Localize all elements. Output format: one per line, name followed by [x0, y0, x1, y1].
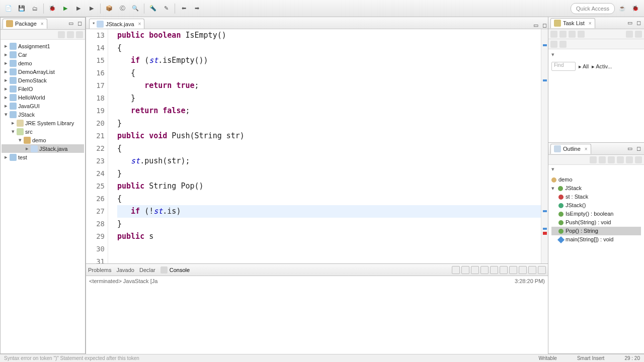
outline-item[interactable]: demo [551, 175, 641, 184]
view-menu-icon[interactable] [76, 31, 83, 38]
package-tree[interactable]: ▸Assignment1▸Car▸demo▸DemoArrayList▸Demo… [1, 40, 85, 353]
minimize-icon[interactable]: ▭ [626, 145, 633, 152]
outline-item[interactable]: Push(String) : void [551, 218, 641, 227]
minimize-icon[interactable]: ▭ [626, 20, 633, 27]
tab-declaration[interactable]: Declar [139, 267, 155, 273]
focus-icon[interactable] [578, 31, 585, 38]
outline-item[interactable]: IsEmpty() : boolean [551, 210, 641, 218]
outline-tab[interactable]: Outline × [550, 144, 591, 154]
close-icon[interactable]: × [138, 21, 141, 27]
maximize-icon[interactable]: ◻ [635, 145, 642, 152]
focus-outline-icon[interactable] [590, 156, 597, 163]
maximize-icon[interactable]: ◻ [76, 20, 83, 27]
tree-item[interactable]: ▸Car [2, 50, 84, 59]
package-explorer-tab[interactable]: Package × [3, 19, 47, 29]
close-icon[interactable]: × [41, 21, 44, 27]
clear-console-icon[interactable] [480, 266, 489, 274]
collapse-icon[interactable] [550, 41, 557, 48]
console-output[interactable]: <terminated> JavaStack [Ja 3:28:20 PM) [86, 276, 548, 354]
toggle-mark-icon[interactable]: ✎ [160, 3, 172, 14]
outline-item[interactable]: JStack() [551, 201, 641, 210]
display-console-icon[interactable] [509, 266, 517, 274]
new-class-icon[interactable]: Ⓒ [117, 3, 128, 14]
open-type-icon[interactable]: 🔍 [130, 3, 141, 14]
outline-item[interactable]: st : Stack [551, 193, 641, 201]
tree-item[interactable]: ▸Assignment1 [2, 42, 84, 50]
scroll-lock-icon[interactable] [490, 266, 498, 274]
new-icon[interactable]: 📄 [3, 3, 14, 14]
perspective-java-icon[interactable]: ☕ [617, 3, 628, 14]
tree-item[interactable]: ▸FileIO [2, 84, 84, 93]
link-editor-icon[interactable] [67, 31, 74, 38]
tree-item[interactable]: ▸DemoStack [2, 76, 84, 84]
remove-launch-icon[interactable] [461, 266, 469, 274]
chevron-down-icon[interactable]: ▾ [548, 165, 644, 173]
save-all-icon[interactable]: 🗂 [29, 3, 40, 14]
tree-item[interactable]: ▸demo [2, 59, 84, 67]
forward-icon[interactable]: ➡ [191, 3, 202, 14]
outline-item[interactable]: ▾JStack [551, 184, 641, 193]
min-icon[interactable] [528, 266, 536, 274]
tab-console[interactable]: Console [160, 266, 190, 274]
perspective-debug-icon[interactable]: 🐞 [630, 3, 641, 14]
tab-problems[interactable]: Problems [88, 267, 111, 273]
task-list-tab[interactable]: Task List × [550, 18, 595, 28]
overview-ruler[interactable] [541, 29, 548, 263]
coverage-icon[interactable]: ▶ [86, 3, 97, 14]
hide-local-icon[interactable] [635, 156, 642, 163]
schedule-icon[interactable] [569, 31, 576, 38]
tree-item[interactable]: ▸DemoArrayList [2, 67, 84, 76]
maximize-icon[interactable]: ◻ [541, 22, 548, 29]
outline-item[interactable]: main(String[]) : void [551, 235, 641, 244]
categorize-icon[interactable] [559, 31, 567, 38]
minimize-icon[interactable]: ▭ [67, 20, 74, 27]
max-icon[interactable] [538, 266, 546, 274]
tree-item[interactable]: ▸JStack.java [2, 144, 84, 153]
run-last-icon[interactable]: ▶ [73, 3, 84, 14]
tab-javadoc[interactable]: Javado [116, 267, 134, 273]
outline-item[interactable]: Pop() : String [551, 227, 641, 235]
back-icon[interactable]: ⬅ [178, 3, 189, 14]
tree-item[interactable]: ▾demo [2, 136, 84, 144]
open-console-icon[interactable] [519, 266, 527, 274]
close-icon[interactable]: × [589, 21, 592, 26]
sort-icon[interactable] [599, 156, 606, 163]
task-list-icon [554, 20, 561, 27]
hide-static-icon[interactable] [617, 156, 624, 163]
tree-item[interactable]: ▾src [2, 127, 84, 136]
close-icon[interactable]: × [585, 146, 588, 152]
tree-item[interactable]: ▸JavaGUI [2, 102, 84, 110]
code-editor[interactable]: × 13141516171819202122232425262728293031… [86, 29, 548, 263]
maximize-icon[interactable]: ◻ [635, 20, 642, 27]
debug-icon[interactable]: 🐞 [47, 3, 58, 14]
remove-all-icon[interactable] [471, 266, 479, 274]
save-icon[interactable]: 💾 [16, 3, 27, 14]
tree-item[interactable]: ▸JRE System Library [2, 119, 84, 127]
hide-fields-icon[interactable] [608, 156, 615, 163]
tree-item[interactable]: ▸test [2, 153, 84, 161]
chevron-down-icon[interactable]: ▾ [548, 49, 644, 60]
task-filter-all[interactable]: ▸ All [579, 63, 589, 70]
run-icon[interactable]: ▶ [60, 3, 71, 14]
outline-tree[interactable]: demo▾JStackst : StackJStack()IsEmpty() :… [548, 173, 644, 353]
pin-console-icon[interactable] [500, 266, 508, 274]
sync-icon[interactable] [635, 31, 642, 38]
search-icon[interactable]: 🔦 [147, 3, 158, 14]
editor-tab-jstack[interactable]: JStack.java × [89, 19, 144, 29]
task-filter-activate[interactable]: ▸ Activ... [592, 63, 612, 70]
new-task-icon[interactable] [550, 31, 557, 38]
console-icon [160, 266, 168, 274]
task-find-input[interactable]: Find [551, 62, 576, 71]
presentation-icon[interactable] [559, 41, 567, 48]
quick-access-input[interactable]: Quick Access [571, 3, 615, 14]
line-number-gutter: 13141516171819202122232425262728293031 [86, 29, 108, 263]
new-package-icon[interactable]: 📦 [104, 3, 115, 14]
tree-item[interactable]: ▸HelloWorld [2, 93, 84, 102]
minimize-icon[interactable]: ▭ [532, 22, 539, 29]
terminate-icon[interactable] [452, 266, 460, 274]
tree-item[interactable]: ▾JStack [2, 110, 84, 119]
hide-icon[interactable] [626, 31, 633, 38]
code-area[interactable]: public boolean IsEmpty(){ if (st.isEmpty… [108, 29, 541, 263]
collapse-all-icon[interactable] [58, 31, 65, 38]
hide-nonpublic-icon[interactable] [626, 156, 633, 163]
